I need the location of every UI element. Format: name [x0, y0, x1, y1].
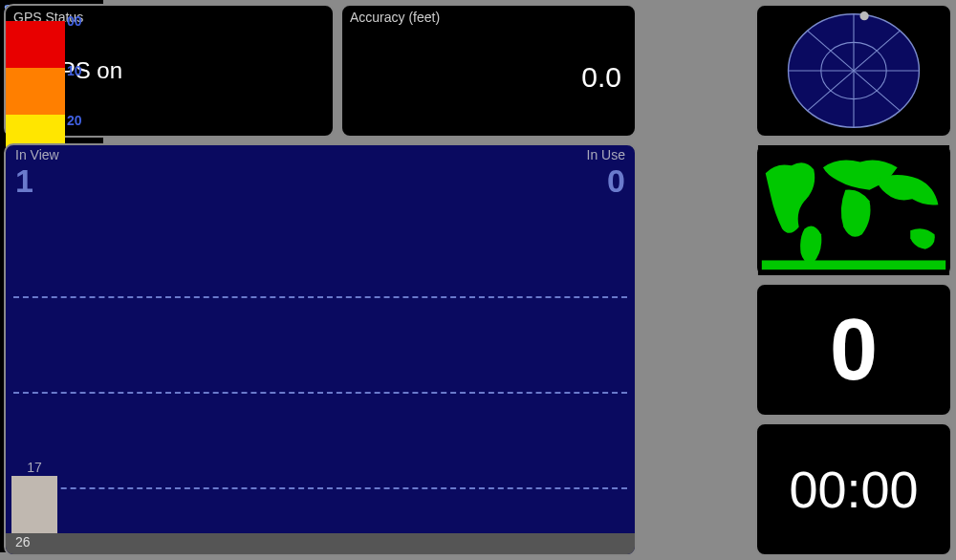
- satellite-bar-snr: 17: [11, 460, 57, 475]
- satellite-bar: 17: [11, 460, 57, 533]
- satellite-dot-icon: [859, 11, 868, 20]
- worldmap-icon: [757, 145, 950, 275]
- timer-panel[interactable]: 00:00: [755, 422, 952, 556]
- in-view-label: In View: [15, 147, 59, 162]
- accuracy-panel: Accuracy (feet) 0.0: [340, 4, 637, 138]
- in-use-value: 0: [607, 164, 625, 197]
- gridline: [13, 487, 627, 489]
- worldmap-panel[interactable]: [755, 143, 952, 277]
- snr-tick: 20: [67, 113, 82, 128]
- satellite-chart-panel: In View In Use 1 0 17 26: [4, 143, 637, 556]
- gridline: [13, 296, 627, 298]
- gridline: [13, 392, 627, 394]
- snr-seg-orange: [6, 68, 65, 115]
- in-use-label: In Use: [587, 147, 625, 162]
- snr-tick: 00: [67, 13, 82, 29]
- skyview-panel[interactable]: [755, 4, 952, 138]
- timer-value: 00:00: [789, 460, 918, 519]
- satellite-bar-rect: [11, 476, 57, 533]
- satchart-footer: 26: [6, 533, 635, 554]
- satchart-header: In View In Use: [6, 145, 635, 164]
- snr-seg-red: [6, 21, 65, 68]
- in-view-value: 1: [15, 164, 33, 197]
- speed-panel[interactable]: 0: [755, 283, 952, 417]
- satchart-counts: 1 0: [6, 164, 635, 197]
- svg-rect-7: [762, 260, 945, 269]
- skyview-icon: [783, 8, 924, 134]
- speed-value: 0: [830, 301, 878, 399]
- accuracy-title: Accuracy (feet): [342, 6, 635, 29]
- accuracy-value: 0.0: [342, 29, 635, 94]
- satellite-prn: 26: [15, 534, 31, 549]
- snr-tick: 10: [67, 63, 82, 78]
